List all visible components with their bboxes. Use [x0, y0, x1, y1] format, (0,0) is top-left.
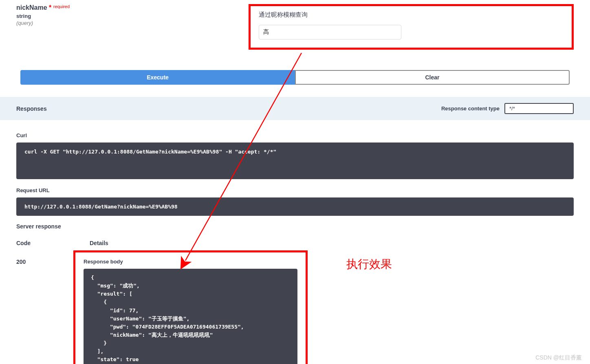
clear-button[interactable]: Clear — [295, 70, 570, 85]
request-url-label: Request URL — [16, 187, 574, 193]
response-body-highlight-box: Response body { "msg": "成功", "result": [… — [73, 250, 308, 364]
curl-label: Curl — [16, 132, 574, 138]
responses-title: Responses — [16, 105, 47, 112]
param-name: nickName * required — [16, 4, 240, 11]
content-type-select[interactable]: */* — [504, 103, 574, 114]
nickname-input[interactable] — [259, 25, 401, 39]
param-input-highlight-box: 通过昵称模糊查询 — [249, 4, 574, 50]
required-star: * — [49, 4, 51, 11]
execute-button[interactable]: Execute — [20, 70, 295, 85]
code-header: Code — [16, 240, 90, 246]
curl-block: curl -X GET "http://127.0.0.1:8088/GetNa… — [16, 143, 574, 179]
param-in: (query) — [16, 20, 240, 26]
param-type: string — [16, 13, 240, 19]
response-body-block: { "msg": "成功", "result": [ { "id": 77, "… — [84, 269, 297, 364]
content-type-label: Response content type — [441, 105, 500, 112]
required-label: required — [53, 4, 70, 9]
request-url-block: http://127.0.0.1:8088/GetName?nickName=%… — [16, 197, 574, 216]
details-header: Details — [90, 240, 574, 246]
watermark: CSDN @红目香薰 — [535, 354, 582, 362]
response-body-label: Response body — [84, 259, 297, 265]
annotation-text: 执行效果 — [346, 257, 392, 272]
server-response-label: Server response — [16, 223, 574, 230]
param-description: 通过昵称模糊查询 — [259, 11, 564, 19]
